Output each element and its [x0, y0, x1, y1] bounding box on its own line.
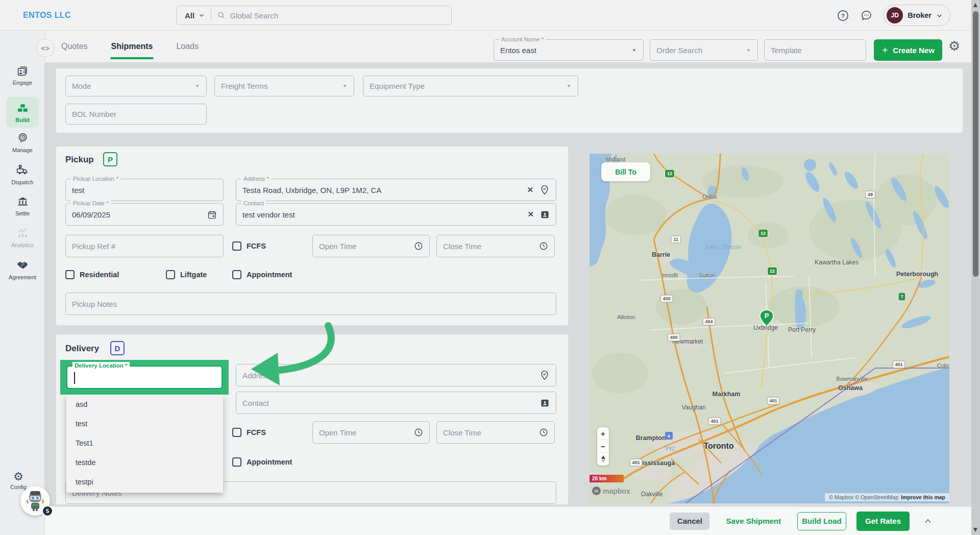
map-label: Oakville: [641, 491, 663, 498]
sidebar-item-analytics[interactable]: Analytics: [4, 227, 41, 248]
bill-to-button[interactable]: Bill To: [601, 162, 650, 181]
pickup-liftgate-checkbox[interactable]: Liftgate: [166, 263, 207, 286]
equipment-type-select[interactable]: Equipment Type: [363, 76, 578, 96]
pickup-ref-field[interactable]: Pickup Ref #: [65, 235, 224, 257]
delivery-appointment-checkbox[interactable]: Appointment: [232, 451, 292, 473]
pickup-location-field[interactable]: Pickup Location * test: [65, 179, 224, 201]
create-new-button[interactable]: Create New: [874, 39, 942, 61]
search-scope-value: All: [185, 11, 194, 20]
location-pin-icon[interactable]: [540, 185, 550, 195]
dropdown-option[interactable]: test: [66, 414, 223, 433]
pickup-date-field[interactable]: Pickup Date * 06/09/2025: [65, 203, 224, 226]
zoom-out-button[interactable]: −: [597, 440, 609, 453]
get-rates-button[interactable]: Get Rates: [856, 512, 910, 531]
company-logo[interactable]: ENTOS LLC: [23, 11, 71, 20]
pickup-open-time-field[interactable]: Open Time: [312, 235, 430, 257]
pickup-residential-checkbox[interactable]: Residential: [65, 263, 119, 286]
dropdown-option[interactable]: Test1: [66, 433, 223, 453]
collapse-footer-button[interactable]: [923, 516, 933, 526]
clear-contact-icon[interactable]: ✕: [527, 210, 534, 219]
improve-map-link[interactable]: Improve this map: [901, 494, 945, 500]
pickup-address-field[interactable]: Address * Testa Road, Uxbridge, ON, L9P …: [236, 179, 556, 201]
checkbox-icon: [232, 241, 241, 251]
search-scope-dropdown[interactable]: All: [177, 11, 211, 20]
sidebar-item-settle[interactable]: Settle: [4, 195, 41, 216]
assistant-mascot[interactable]: 5: [20, 486, 50, 516]
sidebar-item-manage[interactable]: Manage: [4, 132, 41, 153]
clock-icon[interactable]: [539, 241, 548, 251]
delivery-location-input[interactable]: Delivery Location *: [66, 366, 223, 389]
delivery-open-time-field[interactable]: Open Time: [312, 421, 430, 444]
account-name-select[interactable]: Account Name * Entos east: [494, 39, 644, 61]
scroll-up-arrow[interactable]: [973, 3, 977, 7]
freight-terms-select[interactable]: Freight Terms: [214, 76, 354, 96]
map-label: Markham: [713, 391, 741, 398]
order-search-select[interactable]: Order Search: [650, 39, 758, 61]
map-label: Toronto: [703, 442, 733, 451]
bol-number-field[interactable]: BOL Number: [65, 104, 207, 125]
dropdown-option[interactable]: testpi: [66, 472, 223, 492]
pickup-fcfs-checkbox[interactable]: FCFS: [232, 235, 266, 257]
text-cursor: [74, 372, 75, 384]
mode-select[interactable]: Mode: [65, 76, 207, 96]
sidebar-collapse-button[interactable]: <>: [36, 39, 55, 57]
open-time-placeholder: Open Time: [319, 428, 356, 437]
highway-shield: 400: [667, 334, 680, 342]
delivery-close-time-field[interactable]: Close Time: [436, 421, 555, 444]
search-placeholder[interactable]: Global Search: [230, 11, 278, 20]
map-label: Alliston: [617, 314, 635, 320]
sidebar-item-build[interactable]: Build: [6, 97, 39, 128]
app-window: ENTOS LLC All Global Search ? JD Broker: [0, 0, 980, 535]
sidebar-item-agreement[interactable]: Agreement: [4, 258, 41, 280]
settings-gear-icon[interactable]: ⚙: [948, 38, 960, 54]
sidebar: Engage Build Manage Dispatch Settle Anal…: [0, 31, 45, 535]
delivery-location-label: Delivery Location *: [72, 362, 130, 369]
pickup-notes-field[interactable]: Pickup Notes: [65, 293, 556, 315]
pickup-close-time-field[interactable]: Close Time: [436, 235, 555, 257]
location-pin-icon[interactable]: [540, 370, 550, 380]
map-label: YYZ: [665, 446, 675, 452]
calendar-icon[interactable]: [207, 210, 217, 220]
vertical-scrollbar[interactable]: [971, 0, 980, 535]
contact-card-icon[interactable]: [540, 210, 550, 220]
scrollbar-thumb[interactable]: [973, 11, 978, 277]
attribution-text[interactable]: © Mapbox © OpenStreetMap: [829, 494, 898, 500]
sidebar-item-engage[interactable]: Engage: [4, 64, 41, 86]
save-shipment-button[interactable]: Save Shipment: [726, 517, 781, 525]
delivery-address-field[interactable]: Address *: [236, 364, 556, 386]
dropdown-option[interactable]: asd: [66, 395, 223, 414]
sidebar-item-dispatch[interactable]: Dispatch: [4, 163, 41, 185]
build-load-button[interactable]: Build Load: [797, 512, 846, 530]
pickup-appointment-checkbox[interactable]: Appointment: [232, 263, 292, 286]
highway-shield: 49: [865, 191, 875, 199]
map-panel[interactable]: P ✈ MidlandOrilliaLake SimcoeBarrieKawar…: [590, 154, 949, 503]
clear-address-icon[interactable]: ✕: [527, 185, 533, 194]
template-field[interactable]: Template: [764, 39, 866, 61]
user-menu[interactable]: JD Broker: [884, 5, 950, 26]
clock-icon[interactable]: [414, 428, 423, 437]
clock-icon[interactable]: [414, 241, 423, 251]
tab-shipments[interactable]: Shipments: [111, 42, 153, 51]
pickup-contact-field[interactable]: Contact test vendor test ✕: [236, 203, 556, 226]
clock-icon[interactable]: [539, 428, 548, 437]
pickup-location-value: test: [72, 186, 84, 194]
chat-icon[interactable]: [860, 9, 872, 21]
mapbox-logo[interactable]: m mapbox: [592, 487, 630, 495]
compass-button[interactable]: [597, 453, 609, 466]
dropdown-option[interactable]: testde: [66, 453, 223, 472]
tab-quotes[interactable]: Quotes: [61, 42, 88, 51]
checkbox-icon: [232, 457, 241, 467]
global-search[interactable]: All Global Search: [176, 6, 452, 25]
chevron-down-icon: [566, 83, 572, 89]
cancel-button[interactable]: Cancel: [670, 513, 709, 530]
delivery-contact-field[interactable]: Contact: [236, 392, 556, 414]
open-time-placeholder: Open Time: [319, 242, 356, 251]
help-icon[interactable]: ?: [837, 9, 849, 21]
delivery-fcfs-checkbox[interactable]: FCFS: [232, 421, 266, 444]
scroll-down-arrow[interactable]: [973, 528, 977, 532]
delivery-address-placeholder: Address *: [242, 371, 276, 380]
tab-loads[interactable]: Loads: [176, 42, 199, 51]
zoom-in-button[interactable]: +: [597, 427, 609, 440]
sidebar-item-label: Agreement: [9, 274, 36, 280]
contact-card-icon[interactable]: [540, 398, 550, 408]
